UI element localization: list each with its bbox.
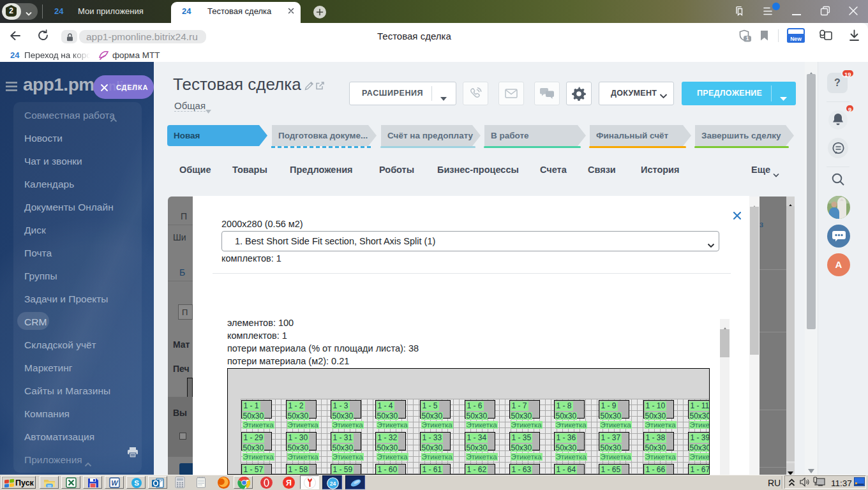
svg-text:S: S (134, 479, 139, 487)
svg-text:Я: Я (286, 479, 292, 487)
svg-text:W: W (111, 479, 119, 487)
svg-text:New: New (790, 36, 802, 42)
svg-text:24: 24 (330, 480, 336, 487)
svg-text:1: 1 (746, 35, 749, 41)
